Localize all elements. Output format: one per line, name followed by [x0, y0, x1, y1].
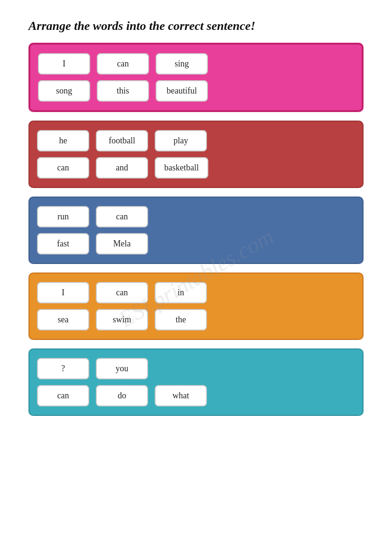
block-4-row-1: Icanin — [37, 282, 355, 303]
word-card[interactable]: beautiful — [156, 80, 208, 102]
word-card[interactable]: he — [37, 130, 89, 151]
sentence-block-1: Icansingsongthisbeautiful — [28, 43, 364, 112]
block-2-row-2: canandbasketball — [37, 157, 355, 179]
block-5-row-1: ?you — [37, 358, 355, 379]
block-3-row-2: fastMela — [37, 233, 355, 254]
block-4-row-2: seaswimthe — [37, 309, 355, 330]
word-card[interactable]: you — [96, 358, 148, 379]
word-card[interactable]: swim — [96, 309, 148, 330]
word-card[interactable]: and — [96, 157, 148, 179]
word-card[interactable]: ? — [37, 358, 89, 379]
block-1-row-2: songthisbeautiful — [38, 80, 354, 102]
block-5-row-2: candowhat — [37, 385, 355, 406]
word-card[interactable]: sing — [156, 53, 208, 75]
word-card[interactable]: run — [37, 206, 89, 227]
sentence-block-4: Icaninseaswimthe — [28, 273, 364, 340]
word-card[interactable]: what — [155, 385, 207, 406]
word-card[interactable]: I — [37, 282, 89, 303]
block-3-row-1: runcan — [37, 206, 355, 227]
word-card[interactable]: can — [96, 282, 148, 303]
word-card[interactable]: basketball — [155, 157, 208, 179]
word-card[interactable]: in — [155, 282, 207, 303]
block-1-row-1: Icansing — [38, 53, 354, 75]
sentence-block-2: hefootballplaycanandbasketball — [28, 121, 364, 188]
word-card[interactable]: can — [96, 206, 148, 227]
word-card[interactable]: the — [155, 309, 207, 330]
word-card[interactable]: song — [38, 80, 90, 102]
word-card[interactable]: football — [96, 130, 148, 151]
word-card[interactable]: fast — [37, 233, 89, 254]
word-card[interactable]: play — [155, 130, 207, 151]
page-title: Arrange the words into the correct sente… — [28, 19, 364, 33]
word-card[interactable]: sea — [37, 309, 89, 330]
sentence-block-3: runcanfastMela — [28, 197, 364, 264]
word-card[interactable]: can — [37, 157, 89, 179]
word-card[interactable]: can — [37, 385, 89, 406]
block-2-row-1: hefootballplay — [37, 130, 355, 151]
word-card[interactable]: this — [97, 80, 149, 102]
word-card[interactable]: do — [96, 385, 148, 406]
word-card[interactable]: can — [97, 53, 149, 75]
word-card[interactable]: I — [38, 53, 90, 75]
word-card[interactable]: Mela — [96, 233, 148, 254]
sentence-block-5: ?youcandowhat — [28, 348, 364, 416]
